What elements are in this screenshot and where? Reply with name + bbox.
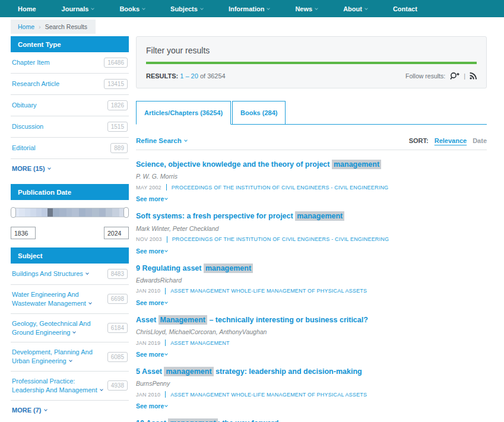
result-title-link[interactable]: Science, objective knowledge and the the…	[136, 160, 487, 169]
result-count-badge: 13415	[104, 79, 128, 89]
subject-more-link[interactable]: MORE (7)	[11, 401, 48, 417]
result-count-badge: 6085	[107, 352, 128, 362]
nav-item[interactable]: About	[343, 5, 367, 12]
nav-item-label: News	[295, 5, 312, 12]
result-count-badge: 1515	[107, 122, 128, 132]
filter-link[interactable]: Chapter Item	[12, 58, 50, 67]
chevron-down-icon	[164, 249, 168, 252]
filter-label: Water Engineering And Wastewater Managem…	[12, 291, 86, 307]
date-to-input[interactable]	[104, 227, 129, 239]
see-more-label: See more	[136, 351, 164, 358]
result-type-tab[interactable]: Books (284)	[232, 101, 286, 125]
subject-list: Buildings And Structures 8483 Water Engi…	[11, 264, 129, 401]
filter-link[interactable]: Geology, Geotechnical And Ground Enginee…	[12, 319, 103, 337]
sort-controls: SORT: Relevance Date	[409, 137, 487, 144]
follow-results-label: Follow results:	[405, 72, 445, 80]
nav-item[interactable]: Books	[119, 5, 145, 12]
result-venue-link[interactable]: ASSET MANAGEMENT WHOLE-LIFE MANAGEMENT O…	[170, 288, 367, 294]
search-result-item: Asset Management – technically interesti…	[136, 315, 487, 359]
search-result-item: 5 Asset management strategy: leadership …	[136, 367, 487, 411]
result-venue-link[interactable]: ASSET MANAGEMENT WHOLE-LIFE MANAGEMENT O…	[170, 392, 367, 398]
sort-relevance-link[interactable]: Relevance	[435, 137, 467, 144]
search-alert-icon[interactable]	[449, 72, 459, 80]
chevron-down-icon	[164, 404, 168, 407]
chevron-down-icon	[100, 388, 103, 391]
meta-divider	[167, 236, 167, 243]
see-more-link[interactable]: See more	[136, 402, 167, 410]
filter-row: Chapter Item 16486	[11, 52, 129, 74]
filter-link[interactable]: Obituary	[12, 101, 37, 110]
nav-item[interactable]: Subjects	[170, 5, 203, 12]
result-date: JAN 2010	[136, 392, 160, 398]
filter-link[interactable]: Professional Practice: Leadership And Ma…	[12, 377, 103, 395]
nav-item-label: Journals	[62, 5, 89, 12]
title-text: 9 Regulating asset	[136, 264, 204, 272]
result-venue-link[interactable]: PROCEEDINGS OF THE INSTITUTION OF CIVIL …	[172, 236, 389, 242]
chevron-down-icon	[164, 196, 168, 200]
meta-divider	[165, 288, 166, 294]
filter-link[interactable]: Water Engineering And Wastewater Managem…	[12, 290, 103, 308]
search-result-item: Soft systems: a fresh perspective for pr…	[136, 211, 487, 255]
result-title-link[interactable]: 9 Regulating asset management	[136, 264, 487, 273]
filter-row: Discussion 1515	[11, 116, 129, 138]
chevron-down-icon	[267, 7, 271, 10]
nav-item[interactable]: Home	[18, 5, 36, 12]
date-slider-handle-min[interactable]	[11, 207, 16, 218]
result-authors: BurnsPenny	[136, 380, 487, 387]
nav-item[interactable]: Information	[229, 5, 270, 12]
content-type-more-link[interactable]: MORE (15)	[11, 159, 52, 176]
chevron-down-icon	[184, 138, 188, 142]
result-type-tab[interactable]: Articles/Chapters (36254)	[136, 101, 231, 125]
result-venue-link[interactable]: ASSET MANAGEMENT	[170, 340, 230, 346]
result-title-link[interactable]: 5 Asset management strategy: leadership …	[136, 367, 487, 376]
results-list: Science, objective knowledge and the the…	[136, 160, 487, 422]
result-title-link[interactable]: Soft systems: a fresh perspective for pr…	[136, 211, 487, 221]
filter-link[interactable]: Development, Planning And Urban Engineer…	[12, 348, 103, 366]
refine-search-link[interactable]: Refine Search	[136, 137, 187, 144]
search-term-highlight: management	[164, 367, 213, 376]
filter-link[interactable]: Discussion	[12, 122, 43, 131]
date-slider-track[interactable]	[13, 208, 126, 217]
nav-item[interactable]: Journals	[62, 5, 94, 12]
result-venue-link[interactable]: PROCEEDINGS OF THE INSTITUTION OF CIVIL …	[172, 185, 389, 191]
nav-item-label: Contact	[393, 5, 417, 12]
nav-item[interactable]: Contact	[393, 5, 417, 12]
see-more-link[interactable]: See more	[136, 299, 167, 306]
sort-date-link[interactable]: Date	[473, 137, 487, 144]
subject-section: Subject Buildings And Structures 8483 Wa…	[11, 248, 129, 417]
filter-link[interactable]: Buildings And Structures	[12, 269, 88, 278]
see-more-link[interactable]: See more	[136, 248, 167, 255]
search-term-highlight: management	[168, 418, 217, 422]
meta-divider	[166, 184, 167, 191]
title-text: 5 Asset	[136, 367, 164, 376]
nav-item[interactable]: News	[295, 5, 318, 12]
search-term-highlight: Management	[159, 315, 207, 325]
title-text: Soft systems: a fresh perspective for pr…	[136, 212, 295, 220]
result-count-badge: 889	[110, 143, 128, 153]
rss-icon[interactable]	[470, 72, 477, 80]
result-count-badge: 6184	[107, 323, 128, 333]
result-title-link[interactable]: Asset Management – technically interesti…	[136, 315, 487, 325]
result-authors: EdwardsRichard	[136, 277, 487, 284]
filter-link[interactable]: Editorial	[12, 144, 36, 153]
breadcrumb-current: Search Results	[45, 23, 87, 30]
chevron-down-icon	[164, 352, 168, 356]
results-label: RESULTS:	[146, 72, 178, 80]
filter-link[interactable]: Research Article	[12, 80, 59, 88]
chevron-down-icon	[73, 330, 77, 334]
date-slider-handle-max[interactable]	[123, 207, 129, 218]
more-label: MORE (15)	[12, 165, 45, 172]
see-more-label: See more	[136, 248, 164, 255]
breadcrumb-home-link[interactable]: Home	[18, 23, 34, 30]
result-title-link[interactable]: 10 Asset management: the way forward	[136, 418, 487, 422]
result-count-badge: 16486	[104, 58, 128, 68]
chevron-down-icon	[44, 408, 47, 411]
filter-label: Buildings And Structures	[12, 270, 83, 277]
result-count-badge: 6698	[107, 294, 128, 304]
see-more-link[interactable]: See more	[136, 351, 167, 358]
results-total: of 36254	[200, 72, 226, 80]
see-more-link[interactable]: See more	[136, 195, 167, 202]
result-authors: Mark Winter, Peter Checkland	[136, 225, 487, 232]
results-main: Filter your results RESULTS: 1 – 20 of 3…	[136, 36, 487, 422]
date-from-input[interactable]	[11, 227, 36, 239]
